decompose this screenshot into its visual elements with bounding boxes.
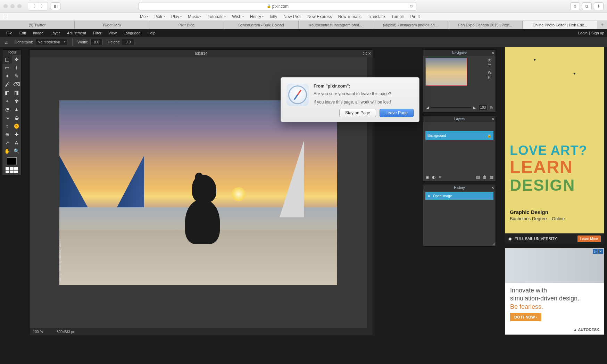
browser-tab[interactable]: Schedugram - Bulk Upload	[224, 21, 299, 29]
zoom-in-icon[interactable]: ◣	[473, 106, 476, 109]
bookmark-item[interactable]: Henry▾	[250, 14, 264, 19]
menu-image[interactable]: Image	[30, 31, 47, 35]
tabs-icon[interactable]: ⧉	[582, 2, 592, 10]
canvas-titlebar[interactable]: 531914 ⛶✕	[30, 50, 373, 57]
bookmark-item[interactable]: New Pixlr	[283, 14, 301, 19]
crop-tool-icon[interactable]: ◫	[2, 55, 12, 64]
gradient-tool-icon[interactable]: ◨	[12, 89, 21, 97]
ad-fullsail[interactable]: LOVE ART? LEARN DESIGN Graphic Design Ba…	[505, 32, 604, 244]
bookmark-item[interactable]: Pixlr▾	[155, 14, 165, 19]
browser-tab[interactable]: (@pixlr) • Instagram photos an...	[373, 21, 448, 29]
close-icon[interactable]: ✕	[491, 51, 494, 55]
browser-tab[interactable]: Fan Expo Canada 2015 | Pixlr...	[448, 21, 523, 29]
stay-on-page-button[interactable]: Stay on Page	[339, 109, 376, 117]
zoom-slider[interactable]	[431, 107, 471, 108]
reload-icon[interactable]: ⟳	[410, 4, 413, 9]
browser-tab[interactable]: TweetDeck	[75, 21, 149, 29]
downloads-icon[interactable]: ⬇	[594, 2, 604, 10]
bookmark-item[interactable]: New-o-matic	[338, 14, 361, 19]
zoom-window-icon[interactable]	[17, 4, 22, 8]
menu-language[interactable]: Language	[120, 31, 144, 35]
move-tool-icon[interactable]: ✥	[12, 55, 21, 64]
hand-tool-icon[interactable]: ✋	[2, 147, 12, 155]
bookmark-item[interactable]: Play▾	[171, 14, 182, 19]
bookmark-item[interactable]: Wish▾	[232, 14, 244, 19]
ad-cta-button[interactable]: DO IT NOW ›	[510, 313, 541, 321]
menu-edit[interactable]: Edit	[16, 31, 30, 35]
close-window-icon[interactable]	[3, 4, 8, 8]
new-layer-icon[interactable]: ▣	[425, 175, 429, 180]
eyedropper-tool-icon[interactable]: ⤢	[2, 139, 12, 147]
marquee-tool-icon[interactable]: ▭	[2, 64, 12, 72]
maximize-icon[interactable]: ⛶	[363, 51, 367, 56]
clone-tool-icon[interactable]: ⌖	[2, 97, 12, 105]
brush-tool-icon[interactable]: 🖌	[2, 80, 12, 89]
crop-tool-icon[interactable]: ⟀	[3, 39, 10, 46]
width-input[interactable]: 0.0	[90, 39, 103, 45]
zoom-out-icon[interactable]: ◢	[426, 106, 429, 109]
eraser-tool-icon[interactable]: ⌫	[12, 80, 21, 89]
spot-heal-tool-icon[interactable]: ✚	[12, 130, 21, 139]
minimize-window-icon[interactable]	[10, 4, 15, 8]
bookmark-item[interactable]: New Express	[307, 14, 332, 19]
height-input[interactable]: 0.0	[122, 39, 134, 45]
resize-grip-icon[interactable]: ◢	[492, 242, 495, 246]
type-tool-icon[interactable]: A	[12, 139, 21, 147]
constraint-select[interactable]: No restriction	[35, 39, 67, 45]
zoom-value[interactable]: 100	[478, 105, 488, 110]
bookmark-item[interactable]: Tumblr	[391, 14, 404, 19]
browser-tab[interactable]: Pixlr Blog	[149, 21, 224, 29]
bookmark-item[interactable]: Me▾	[140, 14, 148, 19]
menu-file[interactable]: File	[3, 31, 16, 35]
history-row[interactable]: 🗎 Open image	[425, 192, 493, 200]
login-link[interactable]: Login	[578, 31, 588, 35]
menu-filter[interactable]: Filter	[90, 31, 105, 35]
menu-layer[interactable]: Layer	[47, 31, 64, 35]
menu-adjustment[interactable]: Adjustment	[64, 31, 90, 35]
browser-tab[interactable]: #autocontrast Instagram phot...	[299, 21, 373, 29]
foreground-swatch[interactable]	[7, 157, 17, 165]
apps-grid-icon[interactable]: ⠿	[4, 14, 7, 19]
bookmark-item[interactable]: Tutorials▾	[208, 14, 226, 19]
close-icon[interactable]: ✕	[368, 51, 371, 56]
redeye-tool-icon[interactable]: ⊕	[2, 130, 12, 139]
share-icon[interactable]: ⇪	[570, 2, 580, 10]
color-grid[interactable]	[6, 167, 18, 173]
pencil-tool-icon[interactable]: ✎	[12, 72, 21, 80]
fx-icon[interactable]: ✦	[438, 175, 442, 180]
bookmark-item[interactable]: bitly	[270, 14, 277, 19]
menu-view[interactable]: View	[105, 31, 120, 35]
dodge-tool-icon[interactable]: ○	[2, 122, 12, 130]
forward-button[interactable]: 〉	[38, 2, 48, 10]
address-bar[interactable]: 🔒 pixlr.com ⟳	[139, 2, 416, 10]
navigator-thumb[interactable]	[425, 58, 467, 86]
sharpen-tool-icon[interactable]: ▲	[12, 105, 21, 114]
ad-cta-button[interactable]: Learn More	[577, 235, 601, 242]
bookmark-item[interactable]: Pin It	[410, 14, 419, 19]
lock-icon[interactable]: 🔒	[487, 134, 491, 138]
trash-icon[interactable]: 🗑	[483, 175, 487, 180]
ad-autodesk[interactable]: ▷✕ Innovate with simulation-driven desig…	[505, 248, 604, 335]
ad-close-icon[interactable]: ✕	[598, 249, 603, 254]
back-button[interactable]: 〈	[28, 2, 38, 10]
signup-link[interactable]: Sign up	[591, 31, 604, 35]
close-icon[interactable]: ✕	[491, 117, 494, 121]
wand-tool-icon[interactable]: ✦	[2, 72, 12, 80]
browser-tab[interactable]: Online Photo Editor | Pixlr Edit...	[523, 21, 597, 29]
leave-page-button[interactable]: Leave Page	[380, 109, 414, 117]
bookmark-item[interactable]: Translate	[368, 14, 385, 19]
smudge-tool-icon[interactable]: ∿	[2, 114, 12, 122]
merge-icon[interactable]: ▤	[476, 175, 480, 180]
sponge-tool-icon[interactable]: ◒	[12, 114, 21, 122]
burn-tool-icon[interactable]: ✊	[12, 122, 21, 130]
adchoices-icon[interactable]: ▷	[593, 249, 598, 254]
blur-tool-icon[interactable]: ◔	[2, 105, 12, 114]
bucket-tool-icon[interactable]: ◧	[2, 89, 12, 97]
new-tab-button[interactable]: ＋	[597, 21, 607, 29]
close-icon[interactable]: ✕	[491, 186, 494, 190]
lasso-tool-icon[interactable]: ⌇	[12, 64, 21, 72]
layer-row[interactable]: Background 🔒	[425, 131, 493, 140]
mask-icon[interactable]: ◐	[432, 175, 435, 180]
sidebar-toggle-button[interactable]: ◧	[51, 2, 60, 10]
browser-tab[interactable]: (9) Twitter	[0, 21, 75, 29]
